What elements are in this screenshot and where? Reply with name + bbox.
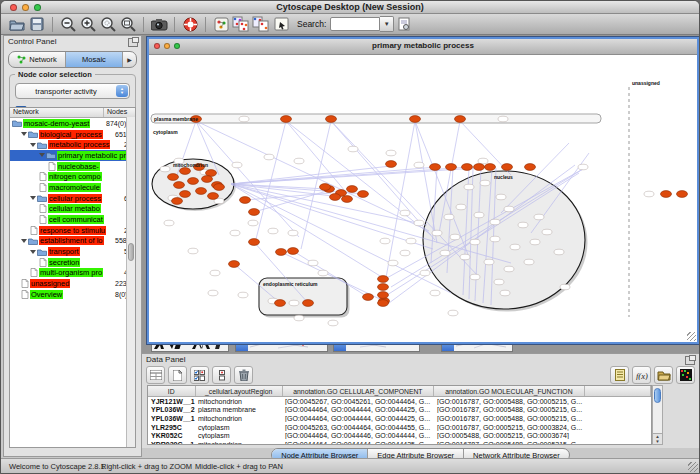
tabs-overflow-arrow-icon[interactable]: ▶ — [123, 52, 136, 67]
table-row[interactable]: YJR121W__1mitochondrion[GO:0045267, GO:0… — [148, 397, 651, 406]
frame-resize-grip[interactable] — [687, 332, 696, 341]
tree-row[interactable]: mosaic-demo-yeast874(0) — [10, 118, 135, 129]
tree-scrollbar-thumb[interactable] — [128, 243, 134, 261]
table-cell: [GO:0044464, GO:0044446, GO:0044444, G..… — [282, 432, 434, 439]
table-row[interactable]: YKR052Ccytoplasm[GO:0044464, GO:0044446,… — [148, 431, 651, 440]
tree-row[interactable]: unassigned223(0) — [10, 278, 135, 289]
table-cell: YKR052C — [148, 432, 195, 439]
tree-row[interactable]: nucleobase-209(0) — [10, 161, 135, 172]
tree-row[interactable]: cellular process614(0) — [10, 193, 135, 204]
search-label: Search: — [297, 19, 326, 29]
table-scrollbar-arrows[interactable]: ▲▼ — [653, 433, 662, 444]
zoom-in-icon[interactable] — [78, 15, 98, 33]
search-options-icon[interactable] — [394, 15, 414, 33]
tree-row[interactable]: response to stimulu264(0) — [10, 225, 135, 236]
unselect-attributes-icon[interactable] — [212, 366, 231, 384]
snapshot-camera-icon[interactable] — [149, 15, 169, 33]
dropdown-stepper-icon: ▲▼ — [116, 85, 128, 97]
tree-row[interactable]: secretion41(0) — [10, 257, 135, 268]
table-column-header[interactable]: _cellularLayoutRegion — [196, 386, 283, 396]
expand-triangle-icon[interactable] — [21, 239, 27, 243]
tree-row[interactable]: primary metabolic process209(... — [10, 150, 135, 161]
expand-triangle-icon[interactable] — [39, 153, 45, 157]
table-scrollbar[interactable]: ▲▼ — [652, 385, 663, 445]
zoom-out-icon[interactable] — [58, 15, 78, 33]
annotation-icon[interactable] — [271, 15, 291, 33]
file-icon — [39, 183, 47, 192]
tree-row[interactable]: cell communicat22(0) — [10, 214, 135, 225]
table-column-header[interactable]: annotation.GO CELLULAR_COMPONENT — [283, 386, 434, 396]
tree-row[interactable]: Overview8(0) — [10, 289, 135, 300]
search-dropdown-icon[interactable]: ▼ — [380, 16, 394, 32]
attribute-editor-icon[interactable] — [610, 366, 629, 384]
table-cell: [GO:0045267, GO:0045261, GO:0044464, G..… — [282, 398, 434, 405]
save-icon[interactable] — [27, 15, 47, 33]
control-panel-tabs: Network Mosaic ▶ — [8, 51, 137, 68]
table-cell: mitochondrion — [195, 415, 282, 422]
delete-attribute-trash-icon[interactable] — [234, 366, 253, 384]
attribute-table-icon[interactable] — [146, 366, 165, 384]
tree-row[interactable]: establishment of lo558(0) — [10, 236, 135, 247]
open-folder-icon[interactable] — [7, 15, 27, 33]
help-lifering-icon[interactable] — [180, 15, 200, 33]
float-data-panel-icon[interactable] — [685, 356, 695, 365]
tree-row[interactable]: multi-organism pro42(0) — [10, 268, 135, 279]
float-panel-icon[interactable] — [128, 38, 138, 47]
table-cell: [GO:0016787, GO:0005215, GO:0003824, G..… — [434, 424, 585, 431]
folder-icon — [28, 237, 38, 245]
table-column-header[interactable] — [585, 386, 651, 396]
node-color-dropdown[interactable]: transporter activity ▲▼ — [15, 83, 130, 99]
tree-row-label: nitrogen compo — [48, 172, 102, 181]
table-row[interactable]: YLR295Ccytoplasm[GO:0045263, GO:0044464,… — [148, 423, 651, 432]
table-row[interactable]: YPL036W__2plasma membrane[GO:0044464, GO… — [148, 406, 651, 415]
window-resize-grip[interactable] — [688, 462, 698, 472]
file-icon — [39, 215, 47, 224]
formula-builder-icon[interactable]: f(x) — [632, 366, 651, 384]
table-row[interactable]: YPL036W__1mitochondrion[GO:0044464, GO:0… — [148, 414, 651, 423]
tree-row[interactable]: cellular metabo209(0) — [10, 204, 135, 215]
region-cytoplasm-label: cytoplasm — [153, 129, 178, 135]
table-cell: [GO:0044464, GO:0044444, GO:0044425, G..… — [282, 406, 434, 413]
file-icon — [21, 290, 29, 299]
new-attribute-icon[interactable] — [168, 366, 187, 384]
table-scrollbar-thumb[interactable] — [654, 388, 661, 403]
expand-triangle-icon[interactable] — [30, 250, 36, 254]
tab-mosaic[interactable]: Mosaic — [66, 52, 123, 67]
tree-row-label: macromolecule — [48, 183, 101, 192]
tab-mosaic-label: Mosaic — [82, 55, 106, 64]
expand-triangle-icon[interactable] — [30, 196, 36, 200]
network-view-frame[interactable]: primary metabolic process — [147, 37, 699, 344]
import-attributes-folder-icon[interactable] — [654, 366, 673, 384]
node-color-selection-label: Node color selection — [15, 70, 95, 79]
merge-networks-icon[interactable] — [231, 15, 251, 33]
attribute-matrix-icon[interactable] — [676, 366, 695, 384]
search-input[interactable] — [330, 17, 380, 31]
table-column-header[interactable]: ID — [148, 386, 196, 396]
network-frame-titlebar[interactable]: primary metabolic process — [149, 39, 697, 55]
tree-scrollbar[interactable] — [126, 117, 135, 447]
network-desktop: primary metabolic process — [142, 35, 699, 353]
tree-row[interactable]: metabolic process280(0) — [10, 139, 135, 150]
table-row[interactable]: YDR039C__1mitochondrion[GO:0044464, GO:0… — [148, 440, 651, 445]
select-attributes-icon[interactable] — [190, 366, 209, 384]
table-cell: YPL036W__1 — [148, 415, 195, 422]
tree-row-label: Overview — [30, 290, 63, 299]
zoom-fit-icon[interactable] — [118, 15, 138, 33]
table-column-header[interactable]: annotation.GO MOLECULAR_FUNCTION — [434, 386, 585, 396]
network-tab-icon — [17, 55, 26, 64]
tree-row[interactable]: macromolecule311(0) — [10, 182, 135, 193]
status-pan-hint: Middle-click + drag to PAN — [195, 462, 283, 471]
tab-network[interactable]: Network — [9, 52, 66, 67]
zoom-selected-icon[interactable] — [98, 15, 118, 33]
expand-triangle-icon[interactable] — [21, 132, 27, 136]
layout-icon[interactable] — [211, 15, 231, 33]
tree-row[interactable]: biological_process651(0) — [10, 129, 135, 140]
tree-row[interactable]: nitrogen compo209(0) — [10, 171, 135, 182]
network-canvas[interactable]: plasma membrane cytoplasm mitochondrion … — [149, 55, 697, 342]
file-icon — [30, 226, 38, 235]
table-cell: [GO:0044464, GO:0044444, GO:0044425, G..… — [282, 415, 434, 422]
tree-row[interactable]: transport558(0) — [10, 246, 135, 257]
compare-networks-icon[interactable] — [251, 15, 271, 33]
expand-triangle-icon[interactable] — [30, 143, 36, 147]
tree-header[interactable]: Network Nodes — [10, 108, 135, 118]
